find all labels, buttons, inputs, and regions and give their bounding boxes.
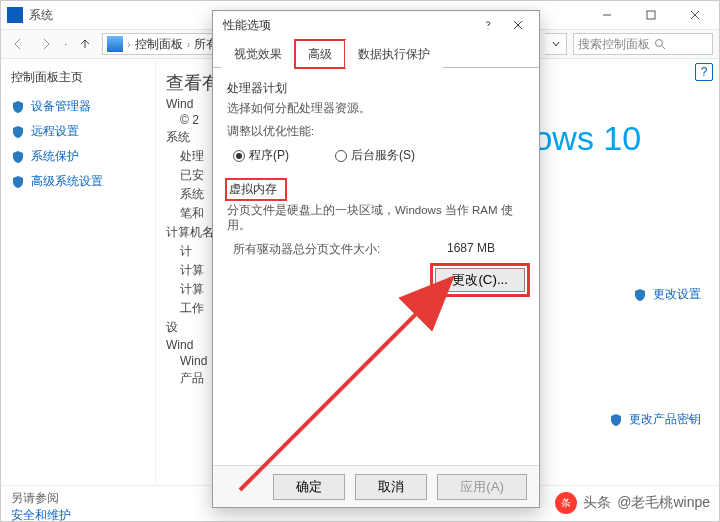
chevron-right-icon: › [187,39,190,50]
shield-icon [609,413,623,427]
nav-separator: · [63,37,68,51]
change-settings-link[interactable]: 更改设置 [633,286,701,303]
sidebar-item-device-manager[interactable]: 设备管理器 [11,94,145,119]
shield-icon [11,125,25,139]
cpu-scheduling-group: 处理器计划 选择如何分配处理器资源。 调整以优化性能: 程序(P) 后台服务(S… [227,80,525,164]
sidebar-item-protection[interactable]: 系统保护 [11,144,145,169]
dialog-footer: 确定 取消 应用(A) [213,465,539,507]
optimize-label: 调整以优化性能: [227,124,525,139]
dialog-help-button[interactable] [473,13,503,37]
watermark-author: @老毛桃winpe [617,494,710,512]
apply-button[interactable]: 应用(A) [437,474,527,500]
dialog-titlebar: 性能选项 [213,11,539,39]
nav-up-button[interactable] [74,33,96,55]
performance-options-dialog: 性能选项 视觉效果 高级 数据执行保护 处理器计划 选择如何分配处理器资源。 调… [212,10,540,508]
radio-background-services[interactable]: 后台服务(S) [335,147,415,164]
change-button[interactable]: 更改(C)... [435,268,525,292]
sidebar-item-label: 高级系统设置 [31,173,103,190]
sidebar-item-label: 设备管理器 [31,98,91,115]
dialog-title: 性能选项 [223,17,473,34]
link-label: 更改设置 [653,286,701,303]
svg-rect-0 [647,11,655,19]
radio-dot-icon [233,150,245,162]
close-button[interactable] [673,1,717,29]
shield-icon [11,100,25,114]
shield-icon [633,288,647,302]
app-icon [7,7,23,23]
watermark: 条 头条 @老毛桃winpe [555,492,710,514]
radio-dot-icon [335,150,347,162]
change-product-key-link[interactable]: 更改产品密钥 [609,411,701,428]
link-label: 更改产品密钥 [629,411,701,428]
virtual-memory-group: 虚拟内存 分页文件是硬盘上的一块区域，Windows 当作 RAM 使用。 所有… [227,180,525,292]
group-desc: 选择如何分配处理器资源。 [227,101,525,116]
shield-icon [11,150,25,164]
group-title: 处理器计划 [227,80,525,97]
watermark-badge-icon: 条 [555,492,577,514]
minimize-button[interactable] [585,1,629,29]
ok-button[interactable]: 确定 [273,474,345,500]
sidebar-item-label: 远程设置 [31,123,79,140]
search-placeholder: 搜索控制面板 [578,36,650,53]
radio-programs[interactable]: 程序(P) [233,147,289,164]
tab-bar: 视觉效果 高级 数据执行保护 [213,39,539,68]
radio-label: 程序(P) [249,147,289,164]
tab-advanced[interactable]: 高级 [295,40,345,68]
tab-dep[interactable]: 数据执行保护 [345,40,443,68]
chevron-right-icon: › [127,39,130,50]
svg-point-1 [656,40,663,47]
sidebar-item-advanced[interactable]: 高级系统设置 [11,169,145,194]
sidebar: 控制面板主页 设备管理器 远程设置 系统保护 高级系统设置 [1,61,156,485]
cancel-button[interactable]: 取消 [355,474,427,500]
total-paging-value: 1687 MB [447,241,525,258]
group-desc: 分页文件是硬盘上的一块区域，Windows 当作 RAM 使用。 [227,203,525,233]
shield-icon [11,175,25,189]
sidebar-item-label: 系统保护 [31,148,79,165]
search-icon [654,38,666,50]
search-input[interactable]: 搜索控制面板 [573,33,713,55]
total-paging-label: 所有驱动器总分页文件大小: [233,241,380,258]
sidebar-item-remote[interactable]: 远程设置 [11,119,145,144]
control-panel-icon [107,36,123,52]
nav-back-button[interactable] [7,33,29,55]
radio-label: 后台服务(S) [351,147,415,164]
maximize-button[interactable] [629,1,673,29]
breadcrumb-dropdown[interactable] [545,33,567,55]
group-title-highlighted: 虚拟内存 [227,180,285,199]
dialog-body: 处理器计划 选择如何分配处理器资源。 调整以优化性能: 程序(P) 后台服务(S… [213,68,539,465]
tab-visual-effects[interactable]: 视觉效果 [221,40,295,68]
nav-forward-button[interactable] [35,33,57,55]
sidebar-heading: 控制面板主页 [11,69,145,86]
watermark-prefix: 头条 [583,494,611,512]
dialog-close-button[interactable] [503,13,533,37]
breadcrumb-item[interactable]: 控制面板 [135,36,183,53]
